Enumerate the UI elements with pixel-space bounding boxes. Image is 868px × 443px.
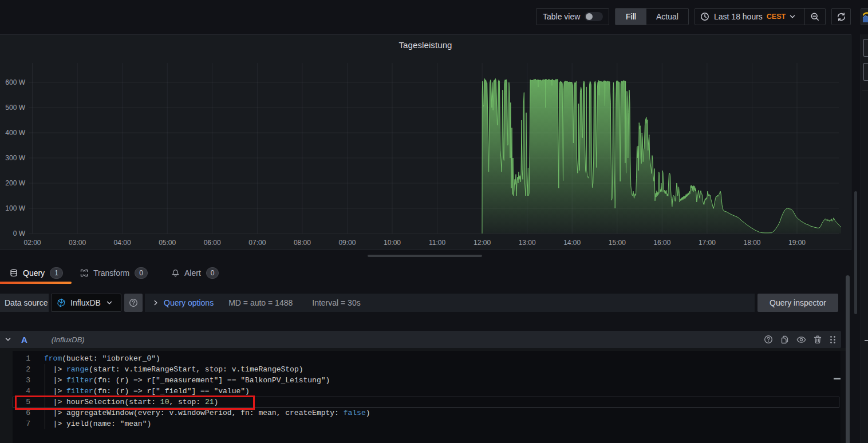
svg-text:16:00: 16:00 bbox=[653, 239, 670, 247]
svg-text:05:00: 05:00 bbox=[159, 239, 176, 247]
svg-text:0 W: 0 W bbox=[13, 230, 26, 238]
svg-text:02:00: 02:00 bbox=[23, 239, 41, 247]
svg-text:13:00: 13:00 bbox=[519, 239, 536, 247]
svg-text:200 W: 200 W bbox=[5, 179, 25, 187]
svg-text:400 W: 400 W bbox=[5, 129, 25, 137]
svg-text:15:00: 15:00 bbox=[609, 239, 626, 247]
svg-text:300 W: 300 W bbox=[5, 154, 25, 162]
svg-text:14:00: 14:00 bbox=[563, 239, 581, 247]
svg-text:18:00: 18:00 bbox=[743, 239, 760, 247]
svg-text:09:00: 09:00 bbox=[338, 239, 356, 247]
svg-text:10:00: 10:00 bbox=[384, 239, 401, 247]
svg-text:12:00: 12:00 bbox=[474, 239, 491, 247]
svg-text:04:00: 04:00 bbox=[114, 239, 131, 247]
svg-text:06:00: 06:00 bbox=[204, 239, 221, 247]
svg-text:100 W: 100 W bbox=[5, 204, 25, 212]
svg-text:07:00: 07:00 bbox=[248, 239, 266, 247]
svg-text:500 W: 500 W bbox=[5, 104, 25, 112]
svg-text:17:00: 17:00 bbox=[699, 239, 716, 247]
svg-text:08:00: 08:00 bbox=[294, 239, 311, 247]
svg-text:03:00: 03:00 bbox=[69, 239, 86, 247]
svg-text:19:00: 19:00 bbox=[788, 239, 806, 247]
svg-text:11:00: 11:00 bbox=[429, 239, 445, 247]
svg-text:600 W: 600 W bbox=[5, 78, 25, 86]
